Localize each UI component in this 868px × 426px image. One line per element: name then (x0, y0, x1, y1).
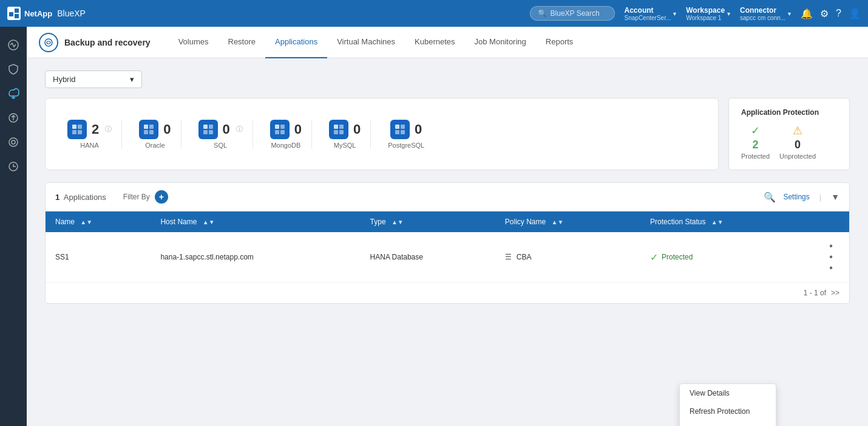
protected-status-icon: ✓ (650, 252, 658, 263)
connector-sub: sapcc cm conn... (740, 15, 785, 21)
stat-hana: 2 ⓘ HANA (58, 120, 122, 149)
tab-job-monitoring[interactable]: Job Monitoring (465, 27, 536, 58)
table-count-text: Applications (64, 193, 106, 202)
stat-sql: 0 ⓘ SQL (189, 120, 253, 149)
help-icon[interactable]: ? (836, 8, 841, 19)
context-menu-refresh-protection[interactable]: Refresh Protection (680, 402, 776, 421)
unprotected-label: Unprotected (779, 153, 816, 160)
tab-kubernetes[interactable]: Kubernetes (405, 27, 465, 58)
svg-rect-12 (72, 130, 76, 134)
row-actions-button[interactable]: • • • (822, 238, 839, 276)
tab-restore[interactable]: Restore (219, 27, 266, 58)
unprotected-warning-icon: ⚠ (793, 124, 802, 137)
cell-protection-status: ✓ Protected (640, 232, 813, 283)
col-protection-status[interactable]: Protection Status ▲▼ (640, 211, 813, 232)
page-icon-area: Backup and recovery (39, 33, 151, 52)
data-table: Name ▲▼ Host Name ▲▼ Type ▲▼ Policy Na (46, 211, 849, 283)
stat-oracle: 0 Oracle (129, 120, 181, 149)
stats-row: 2 ⓘ HANA (45, 98, 850, 170)
svg-rect-2 (15, 9, 19, 13)
unprotected-stat: ⚠ 0 Unprotected (779, 124, 816, 160)
context-menu-view-details[interactable]: View Details (680, 384, 776, 402)
table-settings-link[interactable]: Settings (783, 193, 809, 201)
tab-virtual-machines[interactable]: Virtual Machines (327, 27, 405, 58)
top-navigation: NetApp BlueXP 🔍 BlueXP Search Account Sn… (0, 0, 868, 27)
dropdown-container: Hybrid ▾ (45, 70, 850, 88)
hana-count: 2 (92, 122, 99, 137)
search-box[interactable]: 🔍 BlueXP Search (530, 6, 615, 21)
svg-rect-32 (395, 130, 399, 134)
sidebar-item-monitoring[interactable] (2, 131, 24, 153)
table-header-right: 🔍 Settings | ▼ (764, 191, 839, 203)
table-count-label: 1 Applications (55, 193, 106, 202)
add-filter-button[interactable]: + (155, 190, 168, 204)
dropdown-value: Hybrid (53, 75, 76, 84)
type-sort-icon: ▲▼ (392, 219, 404, 225)
svg-rect-29 (339, 130, 344, 134)
user-icon[interactable]: 👤 (849, 8, 861, 19)
col-policy-name[interactable]: Policy Name ▲▼ (495, 211, 640, 232)
mongodb-count: 0 (294, 122, 302, 137)
protected-check-icon: ✓ (751, 124, 760, 137)
netapp-logo[interactable]: NetApp (7, 7, 52, 20)
pagination-row: 1 - 1 of >> (46, 283, 849, 303)
col-protection-label: Protection Status (650, 218, 705, 226)
tab-reports[interactable]: Reports (536, 27, 583, 58)
protection-sort-icon: ▲▼ (711, 219, 724, 225)
policy-list-icon: ☰ (505, 253, 512, 261)
svg-rect-24 (275, 130, 279, 134)
tab-applications[interactable]: Applications (265, 27, 327, 58)
sql-info-icon[interactable]: ⓘ (236, 125, 243, 134)
pagination-end[interactable]: >> (831, 289, 839, 297)
account-label: Account (625, 6, 654, 15)
svg-rect-17 (149, 130, 154, 134)
sidebar-item-backup[interactable] (2, 83, 24, 105)
account-sub: SnapCenterSer... (625, 15, 671, 21)
svg-rect-1 (9, 12, 13, 16)
notifications-icon[interactable]: 🔔 (801, 8, 813, 19)
table-search-button[interactable]: 🔍 (764, 191, 776, 203)
mongodb-label: MongoDB (271, 142, 300, 149)
col-actions (813, 211, 849, 232)
col-type[interactable]: Type ▲▼ (361, 211, 495, 232)
account-group[interactable]: Account SnapCenterSer... ▾ (625, 6, 677, 21)
connector-group[interactable]: Connector sapcc cm conn... ▾ (740, 6, 791, 21)
hybrid-dropdown[interactable]: Hybrid ▾ (45, 70, 142, 88)
sql-label: SQL (214, 142, 227, 149)
name-sort-icon: ▲▼ (80, 219, 92, 225)
tab-volumes[interactable]: Volumes (169, 27, 219, 58)
svg-rect-22 (275, 125, 279, 129)
workspace-group[interactable]: Workspace Workspace 1 ▾ (686, 6, 730, 21)
sidebar-item-migration[interactable] (2, 107, 24, 129)
app-protection-card: Application Protection ✓ 2 Protected ⚠ 0… (728, 98, 850, 170)
second-nav: Backup and recovery Volumes Restore Appl… (27, 27, 868, 58)
col-host-name[interactable]: Host Name ▲▼ (151, 211, 360, 232)
svg-rect-26 (334, 125, 338, 129)
svg-rect-10 (72, 125, 76, 129)
settings-icon[interactable]: ⚙ (820, 8, 829, 19)
svg-rect-11 (78, 125, 82, 129)
sidebar-item-health[interactable] (2, 34, 24, 56)
mysql-label: MySQL (334, 142, 356, 149)
connector-chevron-icon: ▾ (788, 10, 791, 17)
search-placeholder: BlueXP Search (551, 9, 600, 18)
oracle-icon (139, 120, 158, 139)
table-row[interactable]: SS1 hana-1.sapcc.stl.netapp.com HANA Dat… (46, 232, 849, 283)
app-protection-title: Application Protection (741, 108, 837, 117)
col-name[interactable]: Name ▲▼ (46, 211, 151, 232)
sidebar-item-governance[interactable] (2, 156, 24, 177)
table-filter-icon[interactable]: ▼ (831, 192, 839, 202)
sidebar-item-protection[interactable] (2, 58, 24, 80)
oracle-count: 0 (163, 122, 171, 137)
mysql-count: 0 (353, 122, 361, 137)
col-name-label: Name (55, 218, 75, 226)
context-menu-deactivate-backup[interactable]: Deactivate Backup (680, 421, 776, 426)
content-area: Hybrid ▾ (27, 58, 868, 316)
svg-rect-33 (401, 130, 405, 134)
left-sidebar (0, 27, 27, 426)
col-host-name-label: Host Name (160, 218, 197, 226)
hana-info-icon[interactable]: ⓘ (105, 125, 112, 134)
oracle-label: Oracle (145, 142, 164, 149)
svg-rect-30 (395, 125, 399, 129)
cell-type: HANA Database (361, 232, 495, 283)
